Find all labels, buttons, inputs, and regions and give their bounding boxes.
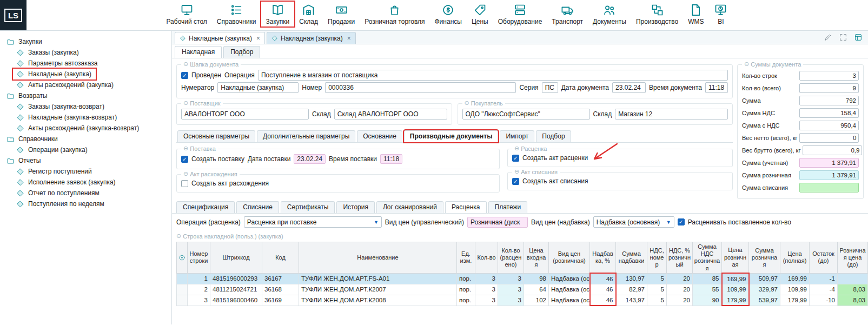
param-tab-3[interactable]: Производные документы [404, 130, 499, 142]
param-tab-1[interactable]: Дополнительные параметры [257, 130, 355, 142]
table-cell[interactable]: 3 [475, 273, 498, 284]
table-cell[interactable]: 130,97 [616, 273, 647, 284]
table-cell[interactable]: пор. [457, 284, 475, 295]
column-header[interactable]: Кол-во [475, 242, 498, 274]
table-cell[interactable]: Надбавка (ос [549, 295, 590, 306]
column-header[interactable]: НДС, номер [647, 242, 667, 274]
table-cell[interactable]: 90 [693, 295, 722, 306]
detail-tab-3[interactable]: История [336, 201, 375, 213]
detail-tab-2[interactable]: Сертификаты [281, 201, 335, 213]
table-cell[interactable]: 179,99 [780, 295, 810, 306]
collapse-icon[interactable] [183, 61, 188, 68]
supplier-warehouse-input[interactable] [334, 109, 447, 120]
table-cell[interactable]: 143,97 [616, 295, 647, 306]
toolbar-item-desktop[interactable]: Рабочий стол [162, 2, 212, 26]
sidebar-folder-3[interactable]: Отчеты [3, 155, 170, 166]
table-cell[interactable]: ТУФЛИ ЖЕН.ДОМ.АРТ.К2008 [299, 295, 457, 306]
column-header[interactable]: Надбавка, % [590, 242, 616, 274]
pricing-operation-select[interactable]: Расценка при поставке [244, 216, 382, 228]
table-cell[interactable]: 98 [524, 273, 549, 284]
table-cell[interactable]: 1 [188, 273, 210, 284]
row-selector-cell[interactable] [177, 284, 188, 295]
buyer-warehouse-input[interactable] [615, 109, 728, 120]
table-cell[interactable]: 3 [188, 295, 210, 306]
view-tab-1[interactable]: Подбор [223, 46, 260, 58]
sidebar-item-3-3[interactable]: Поступления по неделям [13, 198, 170, 209]
table-cell[interactable]: 20 [667, 284, 693, 295]
table-cell[interactable]: -4 [810, 284, 838, 295]
table-cell[interactable]: 3 [498, 273, 524, 284]
supplier-name-input[interactable] [181, 109, 309, 120]
toolbar-item-wms[interactable]: WMS [683, 2, 708, 26]
column-header[interactable]: Сумма надбавки [616, 242, 647, 274]
table-cell[interactable]: 5 [647, 284, 667, 295]
fullscreen-icon[interactable] [839, 33, 847, 42]
table-cell[interactable]: 85 [693, 273, 722, 284]
row-selector-header[interactable] [177, 242, 188, 274]
toolbar-item-finance[interactable]: Финансы [430, 2, 467, 26]
column-header[interactable]: Розничная цена (до) [838, 242, 868, 274]
column-header[interactable]: Цена входная [524, 242, 549, 274]
toolbar-item-warehouse[interactable]: Склад [294, 2, 323, 26]
table-cell[interactable]: -1 [810, 273, 838, 284]
detail-tab-0[interactable]: Спецификация [176, 201, 235, 213]
column-header[interactable]: Кол-во (расценено) [498, 242, 524, 274]
markup-price-type-select[interactable]: Надбавка (основная) [593, 216, 674, 228]
delivery-checkbox[interactable] [181, 156, 188, 163]
column-header[interactable]: Штрихкод [210, 242, 262, 274]
series-input[interactable] [542, 82, 558, 93]
table-cell[interactable]: 64 [524, 284, 549, 295]
sidebar-folder-2[interactable]: Справочники [3, 134, 170, 144]
doc-date-input[interactable] [612, 82, 646, 93]
table-cell[interactable]: 4811215024721 [210, 284, 262, 295]
column-header[interactable]: Ед. изм. [457, 242, 475, 274]
table-cell[interactable]: 8,03 [838, 295, 868, 306]
column-header[interactable]: НДС, % розничный [667, 242, 693, 274]
table-row[interactable]: 2481121502472136168ТУФЛИ ЖЕН.ДОМ.АРТ.К20… [177, 284, 868, 295]
delivery-date-value[interactable]: 23.02.24 [294, 154, 326, 164]
table-cell[interactable]: Надбавка (ос [549, 273, 590, 284]
table-cell[interactable]: 46 [590, 284, 616, 295]
sidebar-item-3-0[interactable]: Регистр поступлений [13, 166, 170, 177]
table-cell[interactable]: ТУФЛИ ЖЕН.ДОМ.АРТ.К2007 [299, 284, 457, 295]
toolbar-item-production[interactable]: Производство [631, 2, 683, 26]
view-tab-0[interactable]: Накладная [175, 46, 222, 58]
table-cell[interactable]: ТУФЛИ ЖЕН.ДОМ.АРТ.FS-A01 [299, 273, 457, 284]
posted-checkbox[interactable] [181, 72, 188, 79]
column-header[interactable]: Код [262, 242, 299, 274]
column-header[interactable]: Вид цен (розничная) [549, 242, 590, 274]
table-cell[interactable]: 109,99 [722, 284, 749, 295]
detail-tab-5[interactable]: Расценка [445, 201, 487, 213]
toolbar-item-bi[interactable]: BI [708, 2, 733, 26]
table-cell[interactable]: 82,97 [616, 284, 647, 295]
param-tab-2[interactable]: Основание [357, 130, 402, 142]
discrepancy-checkbox[interactable] [181, 180, 188, 187]
document-tab-0[interactable]: Накладные (закупка) [175, 32, 265, 44]
sidebar-item-1-0[interactable]: Заказы (закупка-возврат) [13, 101, 170, 112]
table-row[interactable]: 1481519600029336167ТУФЛИ ЖЕН.ДОМ.АРТ.FS-… [177, 273, 868, 284]
row-selector-cell[interactable] [177, 273, 188, 284]
table-cell[interactable] [838, 273, 868, 284]
collapse-icon[interactable] [514, 168, 519, 175]
table-cell[interactable]: 36167 [262, 273, 299, 284]
toolbar-item-documents[interactable]: Документы [588, 2, 631, 26]
document-tab-1[interactable]: Накладная (закупка) [267, 32, 356, 44]
reprice-qty-checkbox[interactable] [678, 218, 685, 225]
table-cell[interactable]: 4815196000460 [210, 295, 262, 306]
detail-tab-1[interactable]: Списание [236, 201, 279, 213]
column-header[interactable]: Остаток (до) [810, 242, 838, 274]
collapse-icon[interactable] [183, 145, 188, 152]
column-header[interactable]: Сумма розничная [749, 242, 780, 274]
numerator-input[interactable] [217, 82, 299, 93]
table-cell[interactable]: 179,99 [722, 295, 749, 306]
mgmt-price-type-field[interactable]: Розничная (диск [467, 217, 528, 228]
table-row[interactable]: 3481519600046036169ТУФЛИ ЖЕН.ДОМ.АРТ.К20… [177, 295, 868, 306]
writeoff-checkbox[interactable] [512, 178, 519, 185]
collapse-icon[interactable] [176, 233, 181, 240]
detail-tab-6[interactable]: Платежи [488, 201, 528, 213]
param-tab-5[interactable]: Подбор [536, 130, 571, 142]
table-cell[interactable]: 4815196000293 [210, 273, 262, 284]
collapse-icon[interactable] [465, 100, 469, 107]
toolbar-item-references[interactable]: Справочники [212, 2, 261, 26]
table-cell[interactable]: 3 [498, 284, 524, 295]
